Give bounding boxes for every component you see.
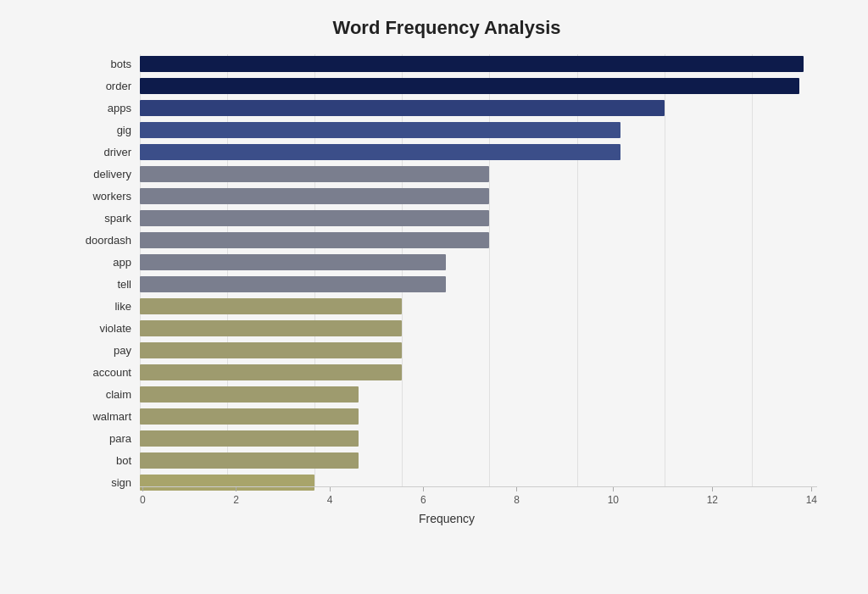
x-tick: 14 xyxy=(806,487,817,506)
x-tick: 4 xyxy=(327,487,333,506)
bar-fill xyxy=(140,122,620,138)
bar-row: order xyxy=(76,76,817,96)
bar-fill xyxy=(140,408,359,425)
bar-fill xyxy=(140,386,359,402)
bar-label: para xyxy=(76,432,140,445)
chart-container: Word Frequency Analysis botsorderappsgig… xyxy=(0,0,868,594)
bars-container: botsorderappsgigdriverdeliveryworkersspa… xyxy=(76,54,817,487)
bar-label: bot xyxy=(76,454,140,467)
bar-fill xyxy=(140,430,359,447)
bar-fill xyxy=(140,276,446,292)
bar-row: bot xyxy=(76,451,817,470)
chart-title: Word Frequency Analysis xyxy=(76,17,817,39)
bar-fill xyxy=(140,320,402,336)
bar-label: gig xyxy=(76,124,140,136)
bar-fill xyxy=(140,254,446,270)
bar-label: walmart xyxy=(76,410,140,423)
bar-label: spark xyxy=(76,212,140,225)
bar-label: driver xyxy=(76,146,140,158)
bar-label: delivery xyxy=(76,168,140,180)
bar-row: claim xyxy=(76,385,817,404)
bar-row: pay xyxy=(76,341,817,360)
bar-label: bots xyxy=(76,58,140,70)
bar-label: tell xyxy=(76,278,140,291)
bar-row: apps xyxy=(76,98,817,118)
bar-row: gig xyxy=(76,120,817,140)
bar-row: doordash xyxy=(76,230,817,250)
bar-row: driver xyxy=(76,142,817,162)
x-tick: 2 xyxy=(233,487,239,506)
x-axis-label: Frequency xyxy=(76,512,817,525)
bar-fill xyxy=(140,56,804,72)
x-tick: 8 xyxy=(514,487,520,506)
bar-row: delivery xyxy=(76,164,817,184)
bar-row: like xyxy=(76,297,817,316)
bar-fill xyxy=(140,364,402,380)
bar-row: app xyxy=(76,253,817,272)
bar-fill xyxy=(140,298,402,314)
bar-row: violate xyxy=(76,319,817,338)
bar-label: pay xyxy=(76,344,140,357)
bar-label: workers xyxy=(76,190,140,203)
bar-label: claim xyxy=(76,388,140,401)
bar-row: spark xyxy=(76,208,817,228)
bar-label: order xyxy=(76,80,140,92)
bar-fill xyxy=(140,166,489,182)
bar-fill xyxy=(140,452,359,469)
bar-fill xyxy=(140,210,489,226)
bar-fill xyxy=(140,78,799,94)
bar-row: workers xyxy=(76,186,817,206)
bar-row: para xyxy=(76,429,817,448)
bar-label: doordash xyxy=(76,234,140,247)
bar-row: bots xyxy=(76,54,817,74)
bar-label: account xyxy=(76,366,140,379)
bar-label: sign xyxy=(76,476,140,489)
bar-fill xyxy=(140,188,489,204)
x-tick: 10 xyxy=(608,487,619,506)
bar-fill xyxy=(140,342,402,358)
bar-row: tell xyxy=(76,275,817,294)
bar-fill xyxy=(140,100,665,116)
bar-fill xyxy=(140,144,620,160)
x-tick: 12 xyxy=(707,487,718,506)
bar-label: apps xyxy=(76,102,140,114)
bar-row: walmart xyxy=(76,407,817,426)
bar-label: like xyxy=(76,300,140,313)
bar-label: violate xyxy=(76,322,140,335)
bar-fill xyxy=(140,232,489,248)
x-tick: 6 xyxy=(420,487,426,506)
bar-label: app xyxy=(76,256,140,269)
bar-row: account xyxy=(76,363,817,382)
x-tick: 0 xyxy=(140,487,146,506)
